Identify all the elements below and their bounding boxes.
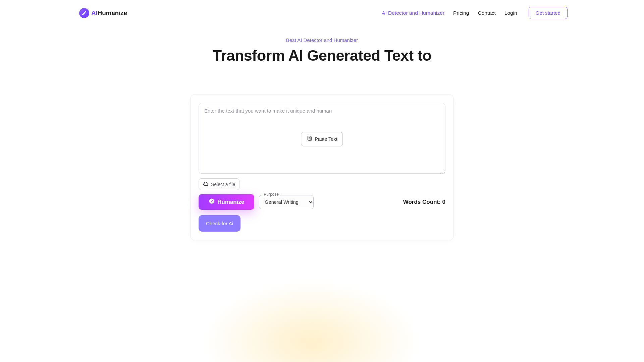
select-file-label: Select a file: [211, 182, 235, 187]
logo-text-rest: Humanize: [98, 9, 127, 16]
cloud-upload-icon: [203, 181, 209, 187]
purpose-label: Purpose: [262, 192, 280, 197]
svg-rect-1: [308, 136, 311, 140]
humanize-button[interactable]: Humanize: [199, 194, 254, 210]
controls-row: Humanize Purpose General Writing Words C…: [199, 194, 445, 210]
word-count: Words Count: 0: [403, 199, 445, 205]
nav-contact[interactable]: Contact: [478, 10, 495, 16]
check-ai-button[interactable]: Check for Ai: [199, 215, 240, 232]
decorative-glow: [204, 282, 419, 362]
paste-text-button[interactable]: Paste Text: [301, 132, 343, 146]
purpose-field: Purpose General Writing: [259, 195, 314, 209]
select-file-button[interactable]: Select a file: [199, 178, 239, 190]
edit-circle-icon: [209, 198, 215, 206]
site-header: AIHumanize AI Detector and Humanizer Pri…: [0, 0, 644, 19]
humanize-label: Humanize: [217, 199, 244, 205]
check-row: Check for Ai: [199, 215, 445, 232]
paste-text-label: Paste Text: [315, 136, 337, 142]
word-count-label: Words Count:: [403, 199, 442, 205]
logo-mark-icon: [79, 8, 89, 18]
nav-pricing[interactable]: Pricing: [453, 10, 469, 16]
editor-card: Paste Text Select a file Humanize Purpos…: [190, 95, 454, 240]
logo[interactable]: AIHumanize: [79, 8, 127, 18]
purpose-select[interactable]: General Writing: [259, 195, 314, 209]
nav-login[interactable]: Login: [504, 10, 517, 16]
text-input-wrap: Paste Text: [199, 103, 445, 175]
nav-detector-humanizer[interactable]: AI Detector and Humanizer: [382, 10, 444, 16]
clipboard-icon: [307, 135, 313, 142]
file-row: Select a file: [199, 178, 445, 190]
hero: Best AI Detector and Humanizer Transform…: [0, 37, 644, 64]
hero-eyebrow: Best AI Detector and Humanizer: [0, 37, 644, 43]
word-count-value: 0: [442, 199, 445, 205]
get-started-button[interactable]: Get started: [529, 7, 568, 19]
hero-title: Transform AI Generated Text to: [0, 47, 644, 64]
logo-text: AIHumanize: [91, 9, 127, 17]
logo-text-ai: AI: [91, 9, 98, 16]
main-nav: AI Detector and Humanizer Pricing Contac…: [382, 7, 568, 19]
